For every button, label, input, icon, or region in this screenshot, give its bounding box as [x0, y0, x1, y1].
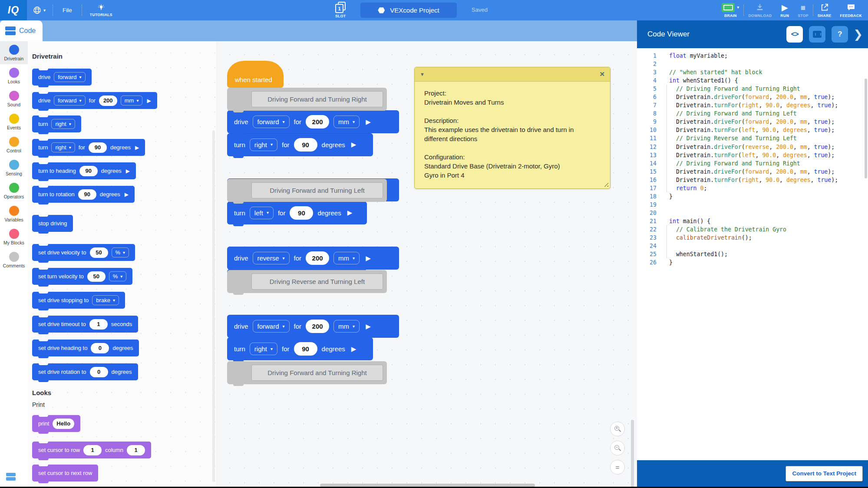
block-value-input[interactable]: Hello — [53, 419, 74, 429]
palette-block[interactable]: set cursor to next row — [32, 465, 98, 481]
comment-block[interactable]: Driving Forward and Turning Right — [227, 361, 387, 384]
comment-block[interactable]: Driving Reverse and Turning Left — [227, 270, 387, 293]
file-menu[interactable]: File — [53, 7, 82, 13]
sidebar-item-sound[interactable]: Sound — [0, 87, 28, 110]
expand-arrow-icon[interactable]: ▶ — [351, 141, 356, 148]
palette-block[interactable]: turnright▾for90degrees▶ — [32, 139, 145, 156]
language-menu[interactable]: ▾ — [27, 6, 53, 14]
block-value-input[interactable]: 1 — [127, 445, 145, 455]
block-value-input[interactable]: 1 — [89, 319, 108, 330]
block-dropdown[interactable]: mm▾ — [333, 252, 360, 264]
block-dropdown[interactable]: mm▾ — [333, 320, 360, 333]
block-dropdown[interactable]: left▾ — [250, 207, 274, 219]
when-started-hat-block[interactable]: when started — [227, 61, 284, 88]
block-value-input[interactable]: 50 — [87, 271, 106, 282]
block-value-input[interactable]: 90 — [78, 189, 96, 200]
drivetrain-block[interactable]: turnright▾for90degrees▶ — [227, 133, 373, 156]
palette-block[interactable]: turnright▾ — [32, 115, 81, 132]
brain-button[interactable]: ▾ BRAIN — [717, 0, 743, 20]
sidebar-item-looks[interactable]: Looks — [0, 64, 28, 87]
expand-arrow-icon[interactable]: ▶ — [366, 254, 371, 262]
share-button[interactable]: SHARE — [813, 0, 836, 20]
sidebar-item-variables[interactable]: Variables — [0, 202, 28, 225]
palette-block[interactable]: turn to heading90degrees▶ — [32, 162, 136, 179]
help-button[interactable]: ? — [832, 26, 848, 43]
palette-block[interactable]: set drive rotation to0degrees — [32, 363, 138, 380]
zoom-reset-button[interactable]: = — [610, 460, 625, 475]
expand-arrow-icon[interactable]: ▶ — [366, 118, 371, 126]
block-dropdown[interactable]: forward▾ — [54, 72, 85, 82]
project-name-button[interactable]: VEXcode Project — [360, 3, 457, 18]
palette-block[interactable]: set drive velocity to50%▾ — [32, 244, 135, 261]
block-value-input[interactable]: 200 — [306, 251, 329, 265]
block-value-input[interactable]: 0 — [91, 343, 109, 353]
block-dropdown[interactable]: brake▾ — [92, 295, 119, 305]
zoom-in-button[interactable]: + — [610, 422, 625, 436]
block-dropdown[interactable]: reverse▾ — [253, 252, 290, 264]
horizontal-scrollbar[interactable] — [320, 484, 535, 487]
palette-block[interactable]: set turn velocity to50%▾ — [32, 268, 132, 285]
expand-arrow-icon[interactable]: ▶ — [366, 323, 371, 330]
stop-button[interactable]: ■ STOP — [793, 0, 813, 20]
drivetrain-block[interactable]: turnright▾for90degrees▶ — [227, 337, 373, 360]
block-dropdown[interactable]: right▾ — [51, 119, 75, 129]
palette-block[interactable]: stop driving — [32, 215, 73, 232]
workspace-canvas[interactable]: when startedDriving Forward and Turning … — [217, 41, 637, 487]
toggle-palette-button[interactable] — [6, 473, 16, 481]
expand-arrow-icon[interactable]: ▶ — [347, 209, 353, 217]
palette-block[interactable]: set cursor to row1column1 — [32, 442, 151, 458]
palette-block[interactable]: driveforward▾for200mm▾▶ — [32, 92, 157, 109]
code-view-toggle[interactable]: <> — [786, 26, 803, 43]
comment-note[interactable]: ▼ ✕ Project:Drivetrain Moves and TurnsDe… — [414, 67, 611, 189]
tutorials-button[interactable]: TUTORIALS — [82, 4, 120, 17]
sidebar-item-control[interactable]: Control — [0, 133, 28, 156]
palette-block[interactable]: printHello — [32, 415, 80, 432]
expand-arrow-icon[interactable]: ▶ — [125, 191, 129, 198]
expand-arrow-icon[interactable]: ▶ — [126, 168, 130, 174]
block-value-input[interactable]: 90 — [294, 342, 317, 356]
drivetrain-block[interactable]: turnleft▾for90degrees▶ — [227, 201, 367, 224]
block-dropdown[interactable]: mm▾ — [333, 115, 360, 128]
palette-block[interactable]: set drive stopping tobrake▾ — [32, 292, 125, 309]
expand-arrow-icon[interactable]: ▶ — [351, 345, 356, 353]
block-value-input[interactable]: 50 — [90, 247, 108, 258]
block-value-input[interactable]: 200 — [306, 115, 329, 129]
vertical-scrollbar[interactable] — [631, 420, 634, 487]
block-value-input[interactable]: 1 — [83, 445, 102, 455]
expand-arrow-icon[interactable]: ▶ — [135, 145, 139, 151]
block-value-input[interactable]: 90 — [89, 142, 107, 153]
sidebar-item-drivetrain[interactable]: Drivetrain — [0, 41, 28, 64]
block-dropdown[interactable]: %▾ — [112, 247, 129, 257]
drivetrain-block[interactable]: driveforward▾for200mm▾▶ — [227, 315, 399, 338]
block-value-input[interactable]: 90 — [79, 166, 98, 176]
note-collapse-icon[interactable]: ▼ — [420, 72, 425, 77]
collapse-panel-icon[interactable]: ❯ — [853, 28, 863, 41]
drivetrain-block[interactable]: driveforward▾for200mm▾▶ — [227, 110, 399, 133]
download-button[interactable]: DOWNLOAD — [744, 0, 776, 20]
sidebar-item-events[interactable]: Events — [0, 110, 28, 133]
feedback-button[interactable]: FEEDBACK — [836, 0, 866, 20]
block-dropdown[interactable]: mm▾ — [121, 96, 143, 106]
block-value-input[interactable]: 200 — [306, 320, 329, 333]
block-dropdown[interactable]: forward▾ — [253, 320, 290, 333]
comment-block[interactable]: Driving Forward and Turning Right — [227, 88, 387, 111]
block-dropdown[interactable]: right▾ — [250, 343, 277, 355]
tab-code[interactable]: Code — [0, 20, 43, 41]
palette-block[interactable]: turn to rotation90degrees▶ — [32, 186, 135, 203]
device-info-button[interactable] — [809, 26, 825, 43]
sidebar-item-sensing[interactable]: Sensing — [0, 156, 28, 179]
sidebar-item-my-blocks[interactable]: My Blocks — [0, 225, 28, 248]
block-dropdown[interactable]: forward▾ — [253, 115, 290, 128]
run-button[interactable]: ▶ RUN — [776, 0, 794, 20]
block-value-input[interactable]: 200 — [99, 96, 117, 106]
comment-block[interactable]: Driving Forward and Turning Left — [227, 179, 387, 202]
block-dropdown[interactable]: right▾ — [250, 138, 277, 151]
convert-to-text-button[interactable]: Convert to Text Project — [785, 466, 863, 481]
note-close-icon[interactable]: ✕ — [599, 70, 605, 78]
sidebar-item-operators[interactable]: Operators — [0, 179, 28, 202]
block-value-input[interactable]: 0 — [90, 367, 108, 377]
sidebar-item-comments[interactable]: Comments — [0, 248, 28, 271]
slot-selector[interactable]: 1 SLOT — [335, 2, 346, 18]
block-dropdown[interactable]: forward▾ — [54, 96, 85, 106]
code-scrollbar[interactable] — [865, 79, 867, 178]
